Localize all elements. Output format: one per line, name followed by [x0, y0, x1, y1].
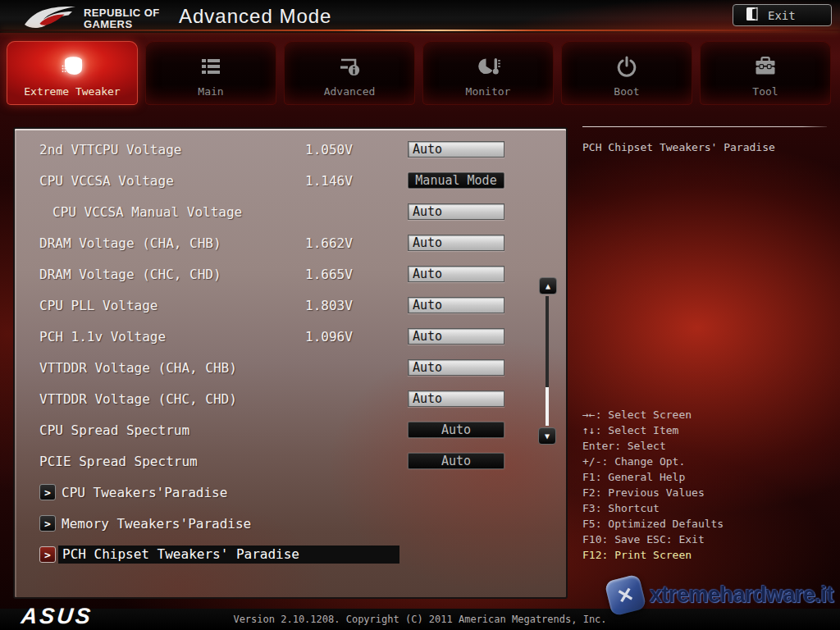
settings-rows: 2nd VTTCPU Voltage 1.050V Auto CPU VCCSA…: [15, 134, 566, 570]
submenu-arrow-icon: >: [39, 484, 56, 500]
submenu-row-pch-chipset-tweakers-paradise[interactable]: > PCH Chipset Tweakers' Paradise: [15, 539, 566, 570]
tab-monitor[interactable]: Monitor: [422, 41, 554, 105]
setting-option[interactable]: Auto: [408, 203, 504, 220]
help-line: F10: Save ESC: Exit: [582, 532, 724, 547]
tab-boot[interactable]: Boot: [561, 41, 692, 105]
help-line: ↑↓: Select Item: [582, 422, 724, 438]
scroll-up-button[interactable]: ▲: [539, 277, 557, 294]
gauge-thermometer-icon: [476, 51, 500, 82]
exit-door-icon: [746, 7, 758, 24]
tab-label: Advanced: [324, 85, 376, 98]
footer-bar: ASUS Version 2.10.1208. Copyright (C) 20…: [0, 609, 840, 630]
key-help-list: →←: Select Screen ↑↓: Select Item Enter:…: [582, 407, 724, 563]
submenu-label: CPU Tweakers'Paradise: [58, 484, 231, 501]
scrollbar-thumb[interactable]: [546, 387, 549, 426]
setting-row[interactable]: PCH 1.1v Voltage 1.096V Auto: [15, 321, 566, 352]
submenu-arrow-icon: >: [39, 546, 56, 563]
setting-row[interactable]: VTTDDR Voltage (CHA, CHB) Auto: [15, 352, 566, 383]
setting-label: CPU VCCSA Manual Voltage: [52, 204, 242, 220]
help-line: Enter: Select: [582, 438, 724, 454]
setting-option[interactable]: Auto: [408, 328, 504, 345]
setting-option[interactable]: Auto: [408, 422, 504, 438]
tweaker-icon: [58, 51, 86, 82]
tab-extreme-tweaker[interactable]: Extreme Tweaker: [7, 41, 138, 105]
exit-button[interactable]: Exit: [733, 4, 832, 26]
help-line: F1: General Help: [582, 469, 724, 485]
help-line: F2: Previous Values: [582, 485, 724, 500]
brand-line1: REPUBLIC OF: [84, 7, 160, 19]
tab-label: Monitor: [466, 85, 511, 98]
asus-logo: ASUS: [20, 604, 94, 629]
setting-value: 1.665V: [305, 267, 353, 282]
setting-row[interactable]: 2nd VTTCPU Voltage 1.050V Auto: [15, 134, 566, 165]
help-sidebar: PCH Chipset Tweakers' Paradise: [582, 126, 827, 153]
scrollbar-track[interactable]: [546, 296, 549, 426]
submenu-row-cpu-tweakers-paradise[interactable]: > CPU Tweakers'Paradise: [15, 477, 566, 508]
setting-value: 1.146V: [305, 173, 353, 189]
tab-advanced[interactable]: Advanced: [284, 41, 415, 105]
list-icon: [199, 51, 223, 82]
scroll-down-icon: ▼: [545, 431, 550, 441]
submenu-arrow-icon: >: [39, 515, 56, 532]
tab-label: Boot: [614, 85, 639, 98]
setting-row[interactable]: VTTDDR Voltage (CHC, CHD) Auto: [15, 383, 566, 414]
setting-label: VTTDDR Voltage (CHA, CHB): [39, 360, 237, 376]
setting-label: DRAM Voltage (CHA, CHB): [39, 235, 221, 251]
setting-option[interactable]: Auto: [408, 235, 504, 251]
advanced-info-icon: [337, 51, 362, 82]
submenu-label: PCH Chipset Tweakers' Paradise: [58, 546, 399, 564]
help-line: →←: Select Screen: [582, 407, 724, 422]
setting-value: 1.096V: [305, 329, 353, 345]
setting-option[interactable]: Auto: [408, 359, 504, 376]
setting-option[interactable]: Auto: [408, 297, 504, 313]
tab-main[interactable]: Main: [145, 41, 276, 105]
submenu-row-memory-tweakers-paradise[interactable]: > Memory Tweakers'Paradise: [15, 508, 566, 539]
setting-value: 1.662V: [305, 235, 353, 251]
header-glow-line: [0, 30, 840, 31]
setting-row[interactable]: CPU PLL Voltage 1.803V Auto: [15, 290, 566, 321]
help-line: +/-: Change Opt.: [582, 454, 724, 469]
scroll-down-button[interactable]: ▼: [538, 427, 556, 445]
brand-line2: GAMERS: [84, 18, 132, 30]
setting-option[interactable]: Auto: [408, 453, 504, 469]
setting-label: CPU Spread Spectrum: [39, 422, 189, 438]
help-line: F12: Print Screen: [582, 547, 724, 563]
tab-tool[interactable]: Tool: [700, 41, 831, 105]
setting-label: CPU VCCSA Voltage: [39, 173, 174, 189]
tab-label: Extreme Tweaker: [24, 85, 120, 98]
setting-label: DRAM Voltage (CHC, CHD): [39, 267, 221, 282]
tab-label: Main: [198, 85, 223, 98]
setting-label: PCH 1.1v Voltage: [39, 329, 166, 345]
setting-label: CPU PLL Voltage: [39, 298, 158, 313]
version-text: Version 2.10.1208. Copyright (C) 2011 Am…: [0, 609, 840, 630]
setting-label: VTTDDR Voltage (CHC, CHD): [39, 391, 237, 407]
submenu-label: Memory Tweakers'Paradise: [58, 515, 254, 532]
toolbox-icon: [753, 51, 778, 82]
setting-option[interactable]: Auto: [408, 390, 504, 407]
setting-row[interactable]: DRAM Voltage (CHA, CHB) 1.662V Auto: [15, 227, 566, 258]
header-bar: REPUBLIC OF GAMERS Advanced Mode Exit: [0, 0, 840, 33]
setting-label: 2nd VTTCPU Voltage: [39, 142, 181, 158]
help-line: F3: Shortcut: [582, 500, 724, 516]
sidebar-selected-item-title: PCH Chipset Tweakers' Paradise: [582, 141, 827, 153]
setting-row[interactable]: PCIE Spread Spectrum Auto: [15, 445, 566, 477]
setting-row[interactable]: CPU VCCSA Voltage 1.146V Manual Mode: [15, 165, 566, 196]
setting-option[interactable]: Auto: [408, 141, 504, 158]
scroll-up-icon: ▲: [546, 281, 550, 290]
setting-option[interactable]: Auto: [408, 266, 504, 282]
setting-row[interactable]: CPU Spread Spectrum Auto: [15, 414, 566, 445]
settings-panel: 2nd VTTCPU Voltage 1.050V Auto CPU VCCSA…: [13, 127, 568, 599]
tab-label: Tool: [752, 85, 778, 98]
sidebar-divider: [582, 126, 827, 127]
power-icon: [614, 51, 639, 82]
tab-bar: Extreme Tweaker Main Advanced: [7, 41, 831, 105]
setting-value: 1.803V: [305, 298, 353, 313]
setting-label: PCIE Spread Spectrum: [39, 454, 198, 469]
exit-label: Exit: [768, 9, 796, 22]
help-line: F5: Optimized Defaults: [582, 516, 724, 532]
setting-option[interactable]: Manual Mode: [408, 172, 504, 189]
page-title: Advanced Mode: [179, 5, 331, 28]
setting-value: 1.050V: [305, 142, 353, 158]
setting-row[interactable]: DRAM Voltage (CHC, CHD) 1.665V Auto: [15, 258, 566, 290]
setting-row[interactable]: CPU VCCSA Manual Voltage Auto: [15, 196, 566, 227]
